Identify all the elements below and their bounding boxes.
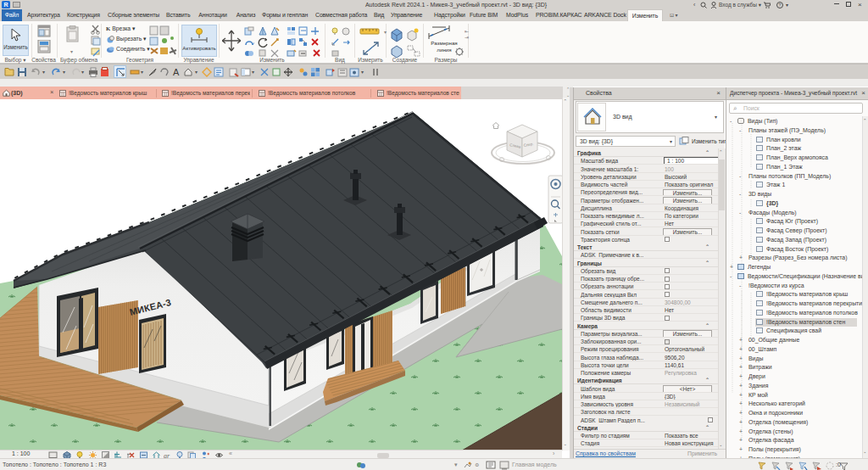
svg-text:A: A bbox=[173, 67, 180, 77]
svg-text:?: ? bbox=[779, 3, 782, 8]
